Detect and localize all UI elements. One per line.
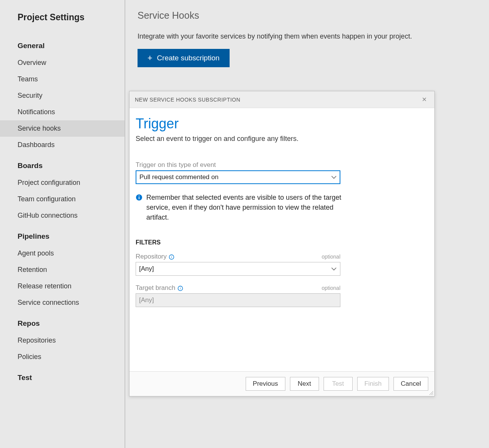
repository-select[interactable]: [Any] <box>136 262 340 276</box>
sidebar-section-repos: Repos <box>0 315 125 332</box>
dialog-title: Trigger <box>136 116 428 132</box>
help-icon[interactable]: i <box>178 285 183 291</box>
dialog-body: Trigger Select an event to trigger on an… <box>130 108 434 371</box>
svg-text:i: i <box>180 286 181 290</box>
sidebar-item-dashboards[interactable]: Dashboards <box>0 137 125 153</box>
cancel-button[interactable]: Cancel <box>393 377 428 391</box>
page-title: Service Hooks <box>138 7 477 32</box>
sidebar-item-repositories[interactable]: Repositories <box>0 332 125 349</box>
info-note-text: Remember that selected events are visibl… <box>146 192 342 222</box>
page-description: Integrate with your favorite services by… <box>138 32 477 49</box>
help-icon[interactable]: i <box>169 254 174 259</box>
sidebar-item-notifications[interactable]: Notifications <box>0 104 125 120</box>
svg-rect-2 <box>139 196 139 196</box>
filter-repository: Repository i optional [Any] <box>136 253 428 276</box>
event-type-value: Pull request commented on <box>136 170 340 184</box>
info-note: Remember that selected events are visibl… <box>136 192 342 222</box>
target-branch-input[interactable] <box>136 293 340 307</box>
close-icon[interactable]: ✕ <box>419 95 429 104</box>
sidebar-title: Project Settings <box>0 7 125 33</box>
sidebar-item-agent-pools[interactable]: Agent pools <box>0 245 125 262</box>
dialog-subtitle: Select an event to trigger on and config… <box>136 135 428 143</box>
sidebar-item-team-configuration[interactable]: Team configuration <box>0 191 125 207</box>
event-type-select[interactable]: Pull request commented on <box>136 170 340 184</box>
create-subscription-label: Create subscription <box>157 54 220 62</box>
sidebar-item-policies[interactable]: Policies <box>0 349 125 365</box>
dialog-footer: Previous Next Test Finish Cancel <box>130 371 434 396</box>
sidebar-item-overview[interactable]: Overview <box>0 55 125 71</box>
dialog-header: NEW SERVICE HOOKS SUBSCRIPTION ✕ <box>130 91 434 108</box>
svg-rect-1 <box>139 197 139 199</box>
sidebar-item-security[interactable]: Security <box>0 87 125 104</box>
create-subscription-button[interactable]: + Create subscription <box>138 49 230 67</box>
filters-heading: FILTERS <box>136 239 428 246</box>
svg-line-9 <box>432 394 433 395</box>
optional-tag: optional <box>322 285 340 291</box>
sidebar-item-release-retention[interactable]: Release retention <box>0 278 125 294</box>
finish-button[interactable]: Finish <box>357 377 389 391</box>
optional-tag: optional <box>322 254 340 260</box>
resize-grip-icon[interactable] <box>428 390 434 395</box>
sidebar-item-service-connections[interactable]: Service connections <box>0 294 125 311</box>
sidebar-item-github-connections[interactable]: GitHub connections <box>0 207 125 224</box>
dialog-header-title: NEW SERVICE HOOKS SUBSCRIPTION <box>135 97 240 103</box>
sidebar-item-teams[interactable]: Teams <box>0 71 125 87</box>
sidebar-section-test: Test <box>0 370 125 387</box>
sidebar-item-project-configuration[interactable]: Project configuration <box>0 175 125 191</box>
event-type-label: Trigger on this type of event <box>136 161 428 169</box>
svg-text:i: i <box>171 255 172 259</box>
sidebar-section-pipelines: Pipelines <box>0 228 125 245</box>
previous-button[interactable]: Previous <box>246 377 285 391</box>
next-button[interactable]: Next <box>290 377 319 391</box>
repository-value: [Any] <box>136 262 340 276</box>
plus-icon: + <box>147 54 152 62</box>
project-settings-sidebar: Project Settings General Overview Teams … <box>0 0 125 448</box>
new-subscription-dialog: NEW SERVICE HOOKS SUBSCRIPTION ✕ Trigger… <box>129 91 435 396</box>
sidebar-item-service-hooks[interactable]: Service hooks <box>0 120 125 137</box>
filter-target-branch: Target branch i optional <box>136 284 428 307</box>
info-icon <box>136 194 142 201</box>
test-button[interactable]: Test <box>324 377 353 391</box>
sidebar-section-boards: Boards <box>0 158 125 175</box>
filter-repository-label: Repository i <box>136 253 174 260</box>
filter-target-branch-label: Target branch i <box>136 284 183 292</box>
sidebar-item-retention[interactable]: Retention <box>0 262 125 278</box>
sidebar-section-general: General <box>0 38 125 55</box>
